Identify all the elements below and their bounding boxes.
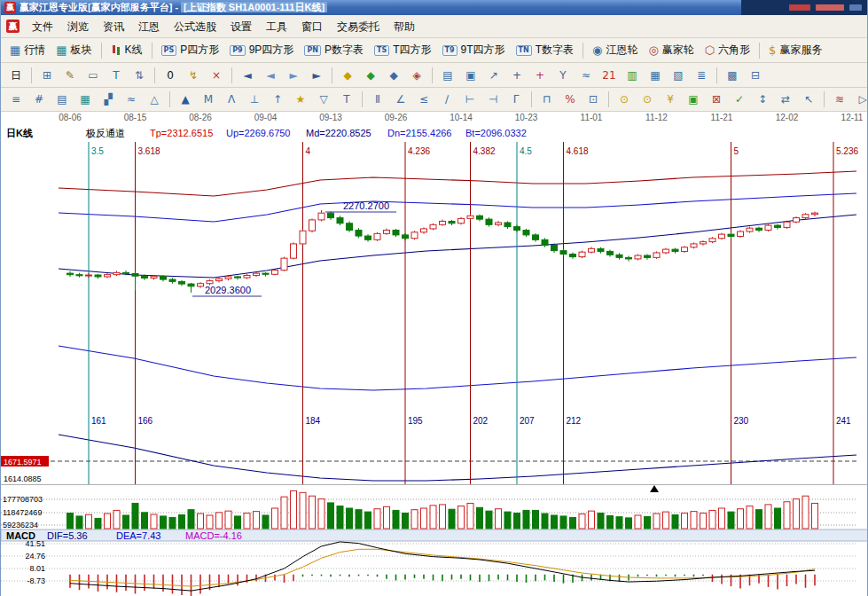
tool-icon-toolbar_analysis-14[interactable]: ▽ xyxy=(313,90,334,109)
tool-icon-toolbar_analysis-17[interactable]: Ⅱ xyxy=(367,90,388,109)
tool-icon-toolbar_analysis-13[interactable]: ★ xyxy=(290,90,311,109)
tool-icon-toolbar_analysis-32[interactable]: ▣ xyxy=(683,90,704,109)
tool-icon-toolbar_draw-19[interactable]: ◆ xyxy=(383,66,404,85)
menubar-logo-icon[interactable]: 赢 xyxy=(6,20,20,33)
tool-icon-toolbar_analysis-18[interactable]: ∠ xyxy=(390,90,411,109)
tool-icon-toolbar_analysis-0[interactable]: ≡ xyxy=(5,90,27,109)
tool-icon-toolbar_analysis-25[interactable]: ⊓ xyxy=(536,90,558,109)
gann-count-label: 230 xyxy=(734,416,749,426)
menu-item-1[interactable]: 浏览 xyxy=(60,17,96,36)
tool-icon-toolbar_analysis-8[interactable]: ▲ xyxy=(175,90,196,109)
tool-icon-toolbar_draw-28[interactable]: ≈ xyxy=(575,66,597,85)
tool-icon-toolbar_draw-12[interactable]: ◄ xyxy=(237,66,258,85)
tool-icon-toolbar_draw-27[interactable]: Y xyxy=(552,66,574,85)
toolbar-main-item-10[interactable]: TNT数字表 xyxy=(511,43,580,58)
tool-icon-toolbar_draw-17[interactable]: ◆ xyxy=(337,66,358,85)
tool-icon-toolbar_analysis-2[interactable]: ▤ xyxy=(51,90,73,109)
chart-canvas[interactable]: 08-0608-1508-2609-0409-1309-2610-1410-23… xyxy=(1,112,868,596)
tool-icon-toolbar_draw-36[interactable]: ⊟ xyxy=(745,66,766,85)
tool-icon-toolbar_analysis-37[interactable]: ↖ xyxy=(798,90,819,109)
tool-icon-toolbar_analysis-35[interactable]: ↕ xyxy=(752,90,773,109)
tool-icon-toolbar_draw-35[interactable]: ▩ xyxy=(722,66,743,85)
tool-icon-toolbar_draw-15[interactable]: ► xyxy=(306,66,327,85)
tool-icon-toolbar_analysis-40[interactable]: ▷ xyxy=(852,90,867,109)
toolbar-main-item-16[interactable]: $赢家服务 xyxy=(763,43,827,58)
volume-bar xyxy=(356,510,362,529)
tool-icon-toolbar_analysis-39[interactable]: ≋ xyxy=(829,90,850,109)
menu-item-2[interactable]: 资讯 xyxy=(96,17,131,36)
tool-icon-toolbar_analysis-22[interactable]: ⊣ xyxy=(482,90,504,109)
tool-icon-toolbar_draw-32[interactable]: ▧ xyxy=(668,66,689,85)
menu-item-9[interactable]: 帮助 xyxy=(387,17,422,36)
tool-icon-toolbar_analysis-30[interactable]: ⊙ xyxy=(637,90,658,109)
tool-icon-toolbar_draw-33[interactable]: ≣ xyxy=(691,66,712,85)
tool-icon-toolbar_draw-6[interactable]: ⇅ xyxy=(129,66,150,85)
tool-icon-toolbar_analysis-20[interactable]: ∕ xyxy=(436,90,457,109)
tool-icon-toolbar_analysis-23[interactable]: Γ xyxy=(505,90,527,109)
tool-icon-toolbar_draw-29[interactable]: 21 xyxy=(598,66,620,85)
tool-icon-toolbar_analysis-1[interactable]: # xyxy=(28,90,50,109)
toolbar-main-item-3[interactable]: K线 xyxy=(106,43,148,58)
menu-item-6[interactable]: 工具 xyxy=(259,17,294,36)
menu-item-5[interactable]: 设置 xyxy=(223,17,259,36)
tool-icon-toolbar_draw-4[interactable]: ▭ xyxy=(82,66,104,85)
toolbar-main-item-12[interactable]: ◉江恩轮 xyxy=(587,43,643,58)
tool-icon-toolbar_draw-20[interactable]: ◈ xyxy=(406,66,427,85)
toolbar-main-item-9[interactable]: T99T四方形 xyxy=(437,43,511,58)
toolbar-main-item-1[interactable]: ▦板块 xyxy=(51,43,97,58)
candle-body xyxy=(272,271,278,275)
tool-icon-toolbar_draw-0[interactable]: 日 xyxy=(5,66,27,85)
menu-item-0[interactable]: 文件 xyxy=(25,17,60,36)
tool-icon-toolbar_analysis-11[interactable]: ⊥ xyxy=(244,90,265,109)
tool-icon-toolbar_analysis-9[interactable]: M xyxy=(198,90,219,109)
menu-item-8[interactable]: 交易委托 xyxy=(330,17,387,36)
toolbar-main-item-6[interactable]: P99P四方形 xyxy=(224,43,299,58)
tool-icon-toolbar_analysis-27[interactable]: ⊡ xyxy=(583,90,604,109)
titlebar[interactable]: 赢 赢家江恩专业版[赢家内部服务平台] - [上证指数 SH1A0001-111… xyxy=(1,0,867,15)
tool-icon-toolbar_draw-9[interactable]: ↯ xyxy=(183,66,204,85)
toolbar-main-item-14[interactable]: ⬡六角形 xyxy=(700,43,755,58)
tool-icon-toolbar_analysis-5[interactable]: ≈ xyxy=(121,90,142,109)
tool-icon-toolbar_analysis-3[interactable]: ▦ xyxy=(74,90,96,109)
tool-icon-toolbar_analysis-31[interactable]: ¥ xyxy=(660,90,681,109)
tool-icon-toolbar_draw-26[interactable]: + xyxy=(529,66,551,85)
titlebar-notice-area[interactable] xyxy=(741,0,867,15)
tool-icon-toolbar_analysis-10[interactable]: Λ xyxy=(221,90,242,109)
menu-item-3[interactable]: 江恩 xyxy=(131,17,167,36)
toolbar-main-label-16: 赢家服务 xyxy=(779,43,822,58)
tool-icon-toolbar_analysis-29[interactable]: ⊙ xyxy=(614,90,635,109)
tool-icon-toolbar_draw-10[interactable]: × xyxy=(206,66,227,85)
tool-icon-toolbar_draw-8[interactable]: 0 xyxy=(160,66,181,85)
tool-icon-toolbar_draw-22[interactable]: ▤ xyxy=(437,66,458,85)
toolbar-main-item-0[interactable]: ▦行情 xyxy=(4,43,51,58)
toolbar-main-item-13[interactable]: ◎赢家轮 xyxy=(643,43,699,58)
tool-icon-toolbar_analysis-33[interactable]: ⊠ xyxy=(706,90,727,109)
tool-icon-toolbar_draw-3[interactable]: ✎ xyxy=(59,66,81,85)
toolbar-main-item-8[interactable]: TST四方形 xyxy=(369,43,437,58)
tool-icon-toolbar_analysis-15[interactable]: T xyxy=(336,90,357,109)
candle-body xyxy=(356,230,362,236)
tool-icon-toolbar_analysis-34[interactable]: ✓ xyxy=(729,90,750,109)
menu-item-4[interactable]: 公式选股 xyxy=(167,17,223,36)
menu-item-7[interactable]: 窗口 xyxy=(294,17,330,36)
toolbar-main-item-7[interactable]: PNP数字表 xyxy=(299,43,369,58)
tool-icon-toolbar_analysis-6[interactable]: △ xyxy=(144,90,165,109)
tool-icon-toolbar_draw-14[interactable]: ► xyxy=(283,66,304,85)
tool-icon-toolbar_draw-25[interactable]: + xyxy=(506,66,528,85)
tool-icon-toolbar_draw-2[interactable]: ⊞ xyxy=(36,66,58,85)
tool-icon-toolbar_draw-18[interactable]: ◆ xyxy=(360,66,381,85)
toolbar-main-item-5[interactable]: PSP四方形 xyxy=(156,43,225,58)
tool-icon-toolbar_draw-24[interactable]: ↗ xyxy=(483,66,504,85)
tool-icon-toolbar_analysis-21[interactable]: ⊢ xyxy=(459,90,481,109)
tool-icon-toolbar_draw-13[interactable]: ◄ xyxy=(260,66,281,85)
tool-icon-toolbar_analysis-36[interactable]: ⇄ xyxy=(775,90,796,109)
tool-icon-toolbar_draw-31[interactable]: ▦ xyxy=(645,66,666,85)
tool-icon-toolbar_analysis-12[interactable]: ↑ xyxy=(267,90,288,109)
tool-icon-toolbar_analysis-19[interactable]: ≤ xyxy=(413,90,434,109)
tool-icon-toolbar_draw-5[interactable]: T xyxy=(106,66,127,85)
tool-icon-toolbar_analysis-26[interactable]: % xyxy=(559,90,581,109)
tool-icon-toolbar_draw-23[interactable]: ▣ xyxy=(460,66,481,85)
toolbar-separator xyxy=(362,91,363,107)
tool-icon-toolbar_draw-30[interactable]: ▥ xyxy=(622,66,643,85)
tool-icon-toolbar_analysis-4[interactable]: ▞ xyxy=(98,90,119,109)
